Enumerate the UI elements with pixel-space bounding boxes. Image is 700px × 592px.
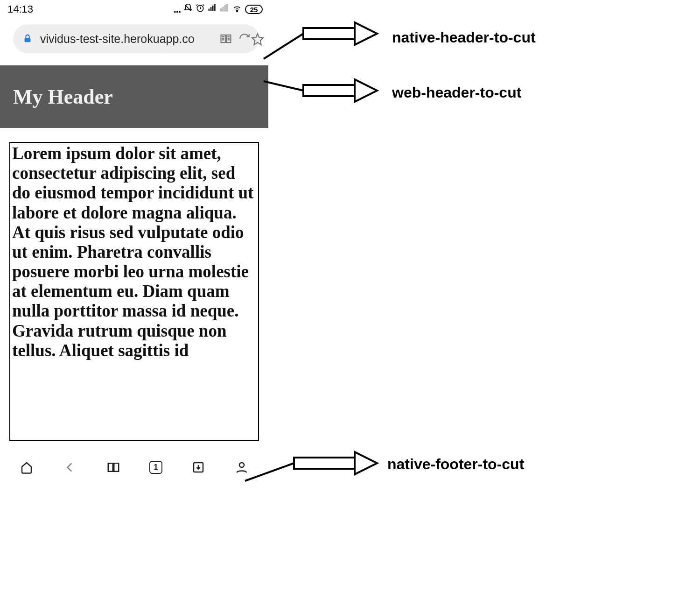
browser-bottom-nav: 1: [0, 451, 268, 484]
dnd-icon: [183, 3, 193, 15]
address-url: vividus-test-site.herokuapp.co: [40, 32, 213, 46]
tabs-count[interactable]: 1: [149, 461, 162, 474]
svg-marker-20: [355, 79, 377, 102]
svg-rect-4: [212, 6, 214, 11]
wifi-icon: [232, 3, 242, 16]
browser-address-bar[interactable]: vividus-test-site.herokuapp.co: [13, 24, 259, 53]
content-paragraph: Lorem ipsum dolor sit amet, consectetur …: [12, 144, 253, 360]
status-bar: 14:13 ...: [0, 0, 268, 18]
battery-pill: 25: [245, 5, 263, 14]
status-time: 14:13: [7, 3, 33, 15]
mobile-screenshot: 14:13 ...: [0, 0, 268, 490]
svg-rect-22: [294, 458, 355, 469]
book-icon[interactable]: [106, 460, 121, 475]
back-icon[interactable]: [63, 460, 77, 475]
svg-line-18: [264, 81, 303, 91]
lock-icon: [21, 33, 34, 45]
home-icon[interactable]: [19, 460, 34, 475]
signal-weak-icon: [220, 3, 229, 15]
web-page-header: My Header: [0, 65, 268, 128]
svg-marker-23: [355, 452, 377, 474]
content-paragraph-box: Lorem ipsum dolor sit amet, consectetur …: [9, 142, 259, 441]
svg-rect-8: [224, 6, 226, 11]
svg-rect-2: [209, 9, 210, 11]
svg-line-15: [264, 34, 303, 59]
label-native-header: native-header-to-cut: [392, 29, 536, 46]
svg-rect-6: [221, 9, 222, 11]
web-header-title: My Header: [13, 85, 113, 109]
svg-rect-5: [214, 4, 216, 11]
reader-mode-icon[interactable]: [220, 33, 232, 45]
svg-line-21: [245, 463, 294, 481]
svg-marker-17: [355, 22, 377, 45]
arrow-native-header: [261, 22, 378, 64]
status-icons: ...: [174, 3, 263, 16]
alarm-icon: [196, 3, 205, 15]
arrow-web-header: [261, 75, 378, 112]
signal-strong-icon: [208, 3, 217, 15]
arrow-native-footer: [243, 444, 378, 486]
more-dots-icon: ...: [174, 3, 181, 15]
svg-rect-7: [223, 7, 224, 11]
download-icon[interactable]: [191, 460, 206, 475]
svg-rect-16: [303, 28, 355, 39]
svg-point-10: [237, 10, 238, 12]
svg-rect-11: [25, 38, 31, 42]
label-web-header: web-header-to-cut: [392, 84, 521, 101]
reload-icon[interactable]: [238, 33, 251, 45]
label-native-footer: native-footer-to-cut: [387, 456, 524, 473]
svg-rect-9: [226, 4, 228, 11]
svg-rect-19: [303, 85, 355, 96]
svg-rect-3: [210, 7, 212, 11]
